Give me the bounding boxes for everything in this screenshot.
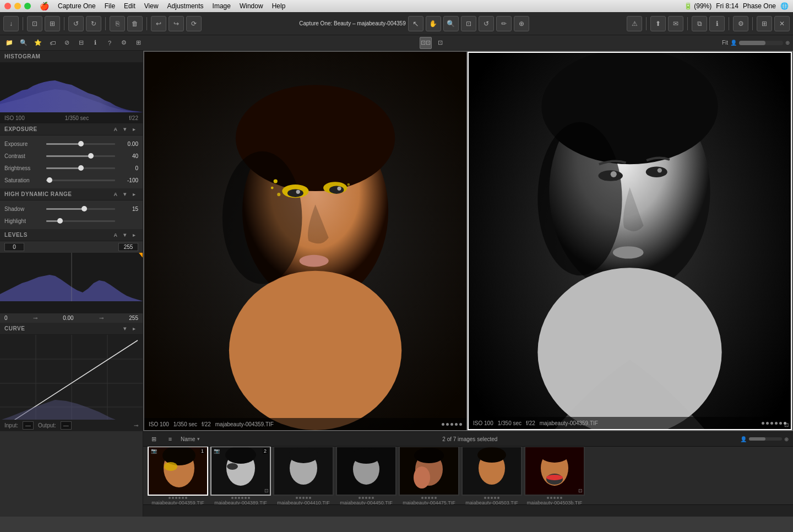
thumb-4[interactable] <box>336 447 397 496</box>
maximize-button[interactable] <box>24 3 31 9</box>
menu-window[interactable]: Window <box>240 2 263 10</box>
zoom-tool[interactable]: 🔍 <box>443 16 459 31</box>
exposure-header[interactable]: EXPOSURE A ▾ ▸ <box>0 123 143 135</box>
tag-icon[interactable]: 🏷 <box>46 37 58 49</box>
settings2-icon[interactable]: ⚙ <box>118 37 130 49</box>
menu-view[interactable]: View <box>144 2 159 10</box>
crop-tool[interactable]: ⊡ <box>461 16 476 31</box>
layout-button[interactable]: ⊞ <box>757 16 772 31</box>
brightness-track[interactable] <box>46 167 115 169</box>
menu-adjustments[interactable]: Adjustments <box>167 2 204 10</box>
brush-tool[interactable]: ✏ <box>496 16 512 31</box>
thumb-3[interactable] <box>273 447 334 496</box>
browser-button[interactable]: ⊞ <box>45 16 60 31</box>
settings-button[interactable]: ⚙ <box>733 16 748 31</box>
cursor-tool[interactable]: ↖ <box>408 16 423 31</box>
export-button[interactable]: ⬆ <box>650 16 666 31</box>
bw-expand-icon[interactable]: ⊡ <box>784 422 789 428</box>
curve-eyedrop[interactable]: ⊸ <box>134 422 138 428</box>
thumb-1[interactable]: 📷 1 <box>148 447 208 496</box>
filter-icon[interactable]: ⊘ <box>61 37 73 49</box>
thumb-7[interactable]: ⊡ <box>524 447 585 496</box>
bw-image-pane[interactable]: ISO 100 1/350 sec f/22 majabeauty-004359… <box>468 52 792 430</box>
thumb-wrapper-5[interactable]: majabeauty-004475.TIF <box>399 447 459 504</box>
menu-image[interactable]: Image <box>213 2 231 10</box>
curve-more[interactable]: ▸ <box>131 325 138 333</box>
share-button[interactable]: ✉ <box>668 16 683 31</box>
info-button[interactable]: ℹ <box>709 16 725 31</box>
rotate-tool[interactable]: ↺ <box>479 16 494 31</box>
sort-dropdown[interactable]: Name ▾ <box>181 436 200 442</box>
color-image-pane[interactable]: ISO 100 1/350 sec f/22 majabeauty-004359… <box>144 52 466 430</box>
folder-icon[interactable]: 📁 <box>3 37 15 49</box>
levels-header[interactable]: LEVELS A ▾ ▸ <box>0 229 143 241</box>
compare-button[interactable]: ⧉ <box>692 16 707 31</box>
histogram-header[interactable]: HISTOGRAM <box>0 51 143 63</box>
delete-button[interactable]: 🗑 <box>127 16 143 31</box>
side-by-side-view[interactable]: ⊡⊡ <box>420 37 432 49</box>
copy-button[interactable]: ⎘ <box>110 16 125 31</box>
hdr-more[interactable]: ▸ <box>131 191 138 198</box>
thumb-wrapper-1[interactable]: 📷 1 majabeauty-004359.TIF <box>148 447 208 504</box>
curve-input-val: — <box>23 421 34 430</box>
levels-max-input[interactable] <box>118 243 138 251</box>
levels-expand[interactable]: ▾ <box>121 231 129 239</box>
menu-captureone[interactable]: Capture One <box>58 2 96 10</box>
exposure-track[interactable] <box>46 143 115 145</box>
reset-button[interactable]: ⟳ <box>186 16 202 31</box>
info2-icon[interactable]: ℹ <box>89 37 101 49</box>
viewer-button[interactable]: ⊡ <box>27 16 42 31</box>
thumb-5[interactable] <box>399 447 459 496</box>
alert-button[interactable]: ⚠ <box>627 16 642 31</box>
thumb-2[interactable]: 📷 2 ⊡ <box>210 447 271 496</box>
close-button[interactable] <box>4 3 11 9</box>
eyedrop-white[interactable]: ⊸ <box>99 315 104 321</box>
contrast-value: 40 <box>118 153 138 159</box>
clone-tool[interactable]: ⊕ <box>514 16 529 31</box>
contrast-track[interactable] <box>46 155 115 157</box>
hdr-expand[interactable]: ▾ <box>121 191 129 198</box>
thumb-wrapper-7[interactable]: ⊡ majabeauty-004503b.TIF <box>524 447 585 504</box>
exposure-expand[interactable]: ▾ <box>121 126 129 133</box>
menu-file[interactable]: File <box>105 2 115 10</box>
eyedrop-black[interactable]: ⊸ <box>33 315 37 321</box>
levels-min-input[interactable] <box>4 243 24 251</box>
thumb-6[interactable] <box>461 447 522 496</box>
hdr-header[interactable]: HIGH DYNAMIC RANGE A ▾ ▸ <box>0 188 143 200</box>
single-view[interactable]: ⊡ <box>434 37 446 49</box>
list-view-btn[interactable]: ≡ <box>164 433 176 445</box>
filmstrip-right: 👤 ⊕ <box>740 436 789 442</box>
undo-button[interactable]: ↩ <box>151 16 166 31</box>
apple-menu[interactable]: 🍎 <box>40 2 49 10</box>
search-icon[interactable]: 🔍 <box>18 37 30 49</box>
close-panel-button[interactable]: ✕ <box>774 16 790 31</box>
grid-view-btn[interactable]: ⊞ <box>148 433 160 445</box>
import-button[interactable]: ↓ <box>3 16 19 31</box>
highlight-track[interactable] <box>46 220 115 222</box>
rotate-cw-button[interactable]: ↻ <box>86 16 101 31</box>
hand-tool[interactable]: ✋ <box>426 16 441 31</box>
thumb-wrapper-2[interactable]: 📷 2 ⊡ majabeauty-004389.TIF <box>210 447 271 504</box>
group-icon[interactable]: ⊟ <box>75 37 87 49</box>
rotate-ccw-button[interactable]: ↺ <box>68 16 84 31</box>
menu-help[interactable]: Help <box>272 2 286 10</box>
filmstrip-expand-icon[interactable]: ⊕ <box>784 436 789 442</box>
star-icon[interactable]: ⭐ <box>32 37 44 49</box>
menu-edit[interactable]: Edit <box>124 2 135 10</box>
levels-more[interactable]: ▸ <box>131 231 138 239</box>
filmstrip-bar: ⊞ ≡ Name ▾ 2 of 7 images selected 👤 ⊕ <box>143 431 793 447</box>
curve-header[interactable]: CURVE ▾ ▸ <box>0 323 143 335</box>
shadow-track[interactable] <box>46 208 115 210</box>
minimize-button[interactable] <box>14 3 21 9</box>
window-title: Capture One: Beauty – majabeauty-004359 <box>299 20 405 26</box>
help-icon[interactable]: ? <box>104 37 116 49</box>
thumb-wrapper-3[interactable]: majabeauty-004410.TIF <box>273 447 334 504</box>
curve-expand[interactable]: ▾ <box>121 325 129 333</box>
zoom-expand-icon[interactable]: ⊕ <box>785 40 790 46</box>
thumb-wrapper-6[interactable]: majabeauty-004503.TIF <box>461 447 522 504</box>
exposure-more[interactable]: ▸ <box>131 126 138 133</box>
saturation-track[interactable] <box>46 180 115 181</box>
grid2-icon[interactable]: ⊞ <box>132 37 144 49</box>
redo-button[interactable]: ↪ <box>169 16 184 31</box>
thumb-wrapper-4[interactable]: majabeauty-004450.TIF <box>336 447 397 504</box>
